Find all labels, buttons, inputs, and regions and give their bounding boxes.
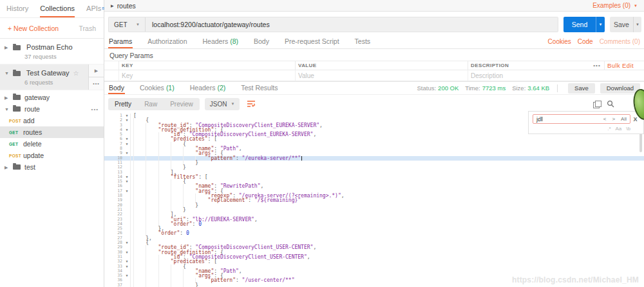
send-button[interactable]: Send xyxy=(564,17,596,32)
language-select[interactable]: JSON ▼ xyxy=(205,98,240,110)
code-line: 21 } xyxy=(104,208,644,212)
tab-label: Headers xyxy=(202,37,228,45)
examples-dropdown[interactable]: Examples (0) ▼ xyxy=(592,2,638,9)
regex-option[interactable]: .* xyxy=(607,126,611,132)
save-options-button[interactable]: ▼ xyxy=(633,17,641,32)
fold-toggle-icon[interactable]: ▼ xyxy=(124,250,130,255)
method-select[interactable]: GET ▼ xyxy=(108,17,146,32)
whole-word-option[interactable]: \b xyxy=(626,126,630,132)
fold-toggle-icon[interactable]: ▼ xyxy=(124,179,130,184)
chevron-right-icon[interactable]: ▶ xyxy=(5,45,8,50)
response-section-tabs: Body Cookies(1) Headers(2) Test Results … xyxy=(104,81,644,95)
view-raw[interactable]: Raw xyxy=(138,98,164,110)
code-text: "predicates": [ xyxy=(130,259,644,264)
find-all-button[interactable]: All xyxy=(621,116,627,122)
fold-toggle-icon[interactable]: ▼ xyxy=(124,264,130,269)
request-update[interactable]: POST update xyxy=(0,150,104,161)
url-bar: GET ▼ localhost:9200/actuator/gateway/ro… xyxy=(108,17,641,32)
size-label: Size: xyxy=(512,84,526,92)
find-input[interactable]: jd < > All xyxy=(533,114,630,124)
view-pretty[interactable]: Pretty xyxy=(108,98,138,110)
fold-toggle-icon[interactable]: ▼ xyxy=(124,137,130,141)
fold-toggle-icon[interactable]: ▼ xyxy=(124,175,130,179)
code-text: "uri": "lb://EUREKA-SERVER", xyxy=(130,217,644,222)
code-link[interactable]: Code xyxy=(578,38,593,45)
fold-toggle-icon[interactable]: ▼ xyxy=(124,142,130,146)
save-request-button[interactable]: Save xyxy=(610,17,633,32)
trash-button[interactable]: Trash xyxy=(79,25,96,32)
folder-menu-button[interactable]: ••• xyxy=(91,106,104,112)
tab-pre-request-script[interactable]: Pre-request Script xyxy=(284,35,340,48)
fold-toggle-icon[interactable]: ▼ xyxy=(124,118,130,123)
collection-test-gateway[interactable]: ▼ Test Gateway ☆ 6 requests ▶ ••• xyxy=(0,64,104,90)
match-case-option[interactable]: Aa xyxy=(616,126,622,132)
bulk-edit-link[interactable]: Bulk Edit xyxy=(604,61,644,70)
download-response-button[interactable]: Download xyxy=(600,83,640,94)
chevron-down-icon: ▼ xyxy=(136,23,140,26)
tab-count: (1) xyxy=(166,84,175,92)
collection-menu-button[interactable]: ••• xyxy=(89,77,104,90)
wrap-text-button[interactable] xyxy=(245,97,258,110)
star-icon[interactable]: ☆ xyxy=(73,70,79,77)
fold-toggle-icon[interactable]: ▼ xyxy=(124,151,130,155)
fold-toggle-icon[interactable]: ▼ xyxy=(124,189,130,193)
code-text: "pattern": "/eureka-server/**" xyxy=(130,156,644,161)
fold-toggle-icon[interactable]: ▼ xyxy=(124,128,130,132)
tab-body[interactable]: Body xyxy=(253,35,270,48)
fold-toggle-icon[interactable]: ▼ xyxy=(124,259,130,264)
params-menu-button[interactable]: ••• xyxy=(587,61,604,70)
request-routes[interactable]: GET routes xyxy=(0,126,104,138)
find-prev-button[interactable]: < xyxy=(603,116,607,122)
save-response-button[interactable]: Save xyxy=(568,83,595,94)
code-line: 37 } xyxy=(104,283,644,287)
value-input[interactable]: Value xyxy=(295,70,468,81)
code-text: "predicates": [ xyxy=(130,137,644,141)
search-icon[interactable] xyxy=(607,100,614,108)
collection-open-button[interactable]: ▶ xyxy=(89,64,104,77)
send-options-button[interactable]: ▼ xyxy=(596,17,605,32)
tab-tests[interactable]: Tests xyxy=(354,35,372,48)
code-line: 24 "order": 0 xyxy=(104,222,644,226)
description-input[interactable]: Description xyxy=(468,70,644,81)
url-input[interactable]: localhost:9200/actuator/gateway/routes xyxy=(146,17,558,32)
comments-link[interactable]: Comments (0) xyxy=(600,38,640,45)
chevron-right-icon[interactable]: ▶ xyxy=(5,95,8,101)
request-add[interactable]: POST add xyxy=(0,115,104,126)
response-body-editor[interactable]: 1▼[2▼ {3 "route_id": "CompositeDiscovery… xyxy=(104,112,644,287)
code-text: } xyxy=(130,283,644,287)
chevron-down-icon: ▼ xyxy=(634,4,638,8)
tab-collections[interactable]: Collections xyxy=(40,0,75,17)
tab-test-results[interactable]: Test Results xyxy=(240,82,278,94)
collection-postman-echo[interactable]: ▶ Postman Echo 37 requests xyxy=(0,39,104,64)
copy-icon[interactable] xyxy=(593,101,600,108)
size-value: 3.64 KB xyxy=(527,84,549,92)
cookies-link[interactable]: Cookies xyxy=(548,38,571,45)
tab-authorization[interactable]: Authorization xyxy=(147,35,187,48)
tab-response-cookies[interactable]: Cookies(1) xyxy=(139,82,175,94)
folder-route[interactable]: ▼ route ••• xyxy=(0,103,104,115)
fold-toggle-icon[interactable]: ▼ xyxy=(124,241,130,245)
open-request-tab[interactable]: routes xyxy=(117,2,136,10)
fold-toggle-icon[interactable]: ▼ xyxy=(124,273,130,278)
fold-toggle-icon[interactable]: ▼ xyxy=(124,114,130,118)
request-delete[interactable]: GET delete xyxy=(0,138,104,150)
code-text: }, xyxy=(130,236,644,241)
chevron-right-icon[interactable]: ▶ xyxy=(5,165,8,170)
folder-gateway[interactable]: ▶ gateway xyxy=(0,92,104,103)
tab-headers[interactable]: Headers(8) xyxy=(202,35,239,48)
new-collection-button[interactable]: + New Collection xyxy=(8,25,59,32)
chevron-down-icon[interactable]: ▼ xyxy=(5,71,9,75)
find-next-button[interactable]: > xyxy=(612,116,615,122)
tab-response-body[interactable]: Body xyxy=(108,82,125,94)
checkbox-column xyxy=(104,61,118,70)
tab-response-headers[interactable]: Headers(2) xyxy=(189,82,227,94)
code-text: } xyxy=(130,161,644,165)
status-label: Status: xyxy=(417,84,437,92)
chevron-down-icon[interactable]: ▼ xyxy=(5,107,9,112)
key-column-header: KEY xyxy=(118,61,295,70)
view-preview[interactable]: Preview xyxy=(164,98,200,110)
tab-history[interactable]: History xyxy=(6,0,28,17)
folder-test[interactable]: ▶ test xyxy=(0,161,104,173)
key-input[interactable]: Key xyxy=(118,70,295,81)
tab-params[interactable]: Params xyxy=(108,35,133,48)
